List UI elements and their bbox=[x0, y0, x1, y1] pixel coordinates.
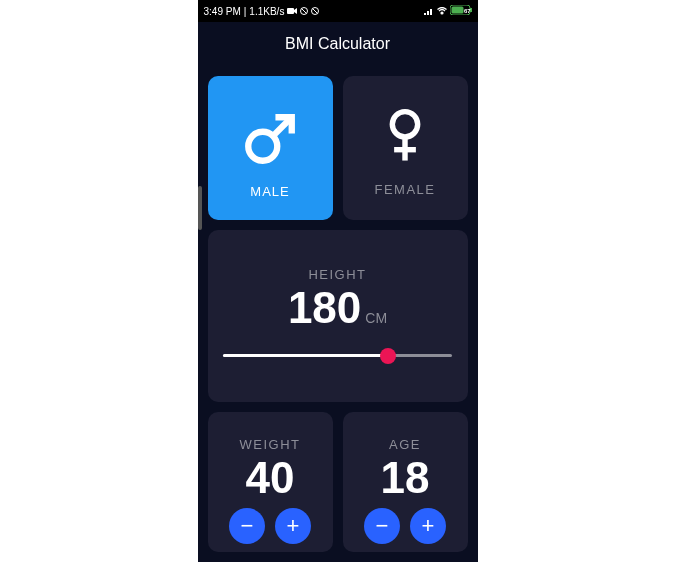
status-right: 67 bbox=[424, 5, 472, 17]
age-minus-button[interactable]: − bbox=[364, 508, 400, 544]
male-icon bbox=[241, 110, 299, 172]
age-value: 18 bbox=[381, 456, 430, 500]
status-time: 3:49 PM bbox=[204, 6, 241, 17]
height-value-row: 180 CM bbox=[288, 286, 387, 330]
svg-line-4 bbox=[313, 8, 318, 13]
age-buttons: − + bbox=[364, 508, 446, 544]
height-title: HEIGHT bbox=[308, 267, 366, 282]
signal-icon bbox=[424, 6, 434, 17]
svg-rect-10 bbox=[451, 7, 463, 14]
height-card: HEIGHT 180 CM bbox=[208, 230, 468, 402]
minus-icon: − bbox=[376, 513, 389, 539]
app-screen: 3:49 PM | 1.1KB/s 67 BMI bbox=[198, 0, 478, 562]
battery-icon: 67 bbox=[450, 5, 472, 17]
svg-rect-5 bbox=[424, 13, 426, 15]
scroll-indicator bbox=[198, 186, 202, 230]
age-plus-button[interactable]: + bbox=[410, 508, 446, 544]
app-bar: BMI Calculator bbox=[198, 22, 478, 66]
wifi-icon bbox=[437, 6, 447, 17]
slider-fill bbox=[223, 354, 388, 357]
height-unit: CM bbox=[365, 310, 387, 326]
weight-plus-button[interactable]: + bbox=[275, 508, 311, 544]
gender-row: MALE FEMALE bbox=[208, 76, 468, 220]
minus-icon: − bbox=[241, 513, 254, 539]
weight-card: WEIGHT 40 − + bbox=[208, 412, 333, 552]
dnd-icon bbox=[300, 6, 308, 17]
app-title: BMI Calculator bbox=[285, 35, 390, 53]
gender-card-male[interactable]: MALE bbox=[208, 76, 333, 220]
svg-line-2 bbox=[302, 8, 307, 13]
weight-minus-button[interactable]: − bbox=[229, 508, 265, 544]
slider-thumb[interactable] bbox=[380, 348, 396, 364]
content-area: MALE FEMALE HEIGHT 180 CM bbox=[198, 66, 478, 562]
svg-point-15 bbox=[392, 111, 417, 136]
height-slider[interactable] bbox=[223, 346, 452, 366]
svg-rect-0 bbox=[287, 8, 294, 14]
female-label: FEMALE bbox=[374, 182, 435, 197]
status-separator: | bbox=[244, 6, 247, 17]
female-icon bbox=[381, 108, 429, 170]
weight-value: 40 bbox=[246, 456, 295, 500]
plus-icon: + bbox=[422, 513, 435, 539]
status-left: 3:49 PM | 1.1KB/s bbox=[204, 6, 320, 17]
camera-icon bbox=[287, 6, 297, 17]
svg-text:67: 67 bbox=[464, 8, 471, 14]
slider-track bbox=[223, 354, 452, 357]
svg-rect-6 bbox=[427, 11, 429, 15]
dnd-icon-2 bbox=[311, 6, 319, 17]
height-number: 180 bbox=[288, 286, 361, 330]
weight-title: WEIGHT bbox=[240, 437, 301, 452]
gender-card-female[interactable]: FEMALE bbox=[343, 76, 468, 220]
status-network: 1.1KB/s bbox=[249, 6, 284, 17]
svg-rect-7 bbox=[430, 9, 432, 15]
age-title: AGE bbox=[389, 437, 421, 452]
svg-point-8 bbox=[441, 12, 443, 14]
plus-icon: + bbox=[287, 513, 300, 539]
stepper-row: WEIGHT 40 − + AGE 18 − bbox=[208, 412, 468, 552]
weight-buttons: − + bbox=[229, 508, 311, 544]
male-label: MALE bbox=[250, 184, 289, 199]
svg-point-13 bbox=[248, 131, 277, 160]
age-card: AGE 18 − + bbox=[343, 412, 468, 552]
svg-line-14 bbox=[274, 119, 290, 135]
status-bar: 3:49 PM | 1.1KB/s 67 bbox=[198, 0, 478, 22]
